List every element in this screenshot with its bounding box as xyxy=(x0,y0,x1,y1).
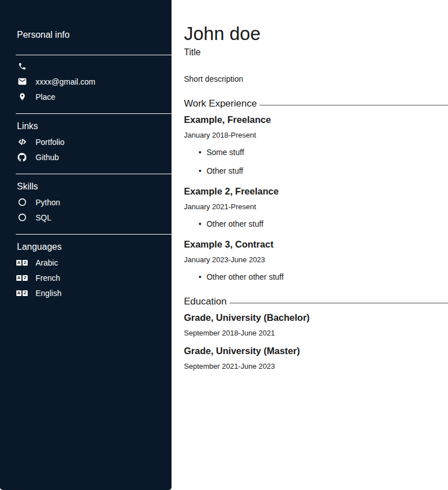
entry-period: September 2018-June 2021 xyxy=(184,329,448,337)
github-icon xyxy=(17,153,27,162)
section-work-experience: Work ExperienceExample, FreelanceJanuary… xyxy=(184,98,448,281)
sidebar-item-label: Place xyxy=(36,92,55,101)
place-icon xyxy=(17,92,27,101)
resume-sections: Work ExperienceExample, FreelanceJanuary… xyxy=(184,98,448,370)
entry-period: September 2021-June 2023 xyxy=(184,362,448,370)
section-divider xyxy=(16,234,172,235)
sidebar-item-xxxx-gmail-com: xxxx@gmail.com xyxy=(17,74,172,89)
sidebar-section-personal-info: Personal infoxxxx@gmail.comPlace xyxy=(0,29,172,104)
section-header-education: Education xyxy=(184,296,448,307)
sidebar-item-phone xyxy=(17,59,172,74)
job-title: Title xyxy=(184,46,448,59)
entry-title: Example 3, Contract xyxy=(184,239,448,250)
sidebar-heading-personal-info: Personal info xyxy=(17,29,172,41)
sidebar-section-languages: LanguagesAZArabicAZFrenchAZEnglish xyxy=(0,234,172,301)
entry-example-2-freelance: Example 2, FreelanceJanuary 2021-Present… xyxy=(184,186,448,228)
sidebar-heading-skills: Skills xyxy=(17,181,172,192)
sidebar-item-label: Github xyxy=(36,153,59,162)
bullet-list: •Some stuff•Other stuff xyxy=(184,148,448,175)
sidebar-item-label: English xyxy=(36,289,62,298)
circle-icon xyxy=(17,213,27,222)
circle-icon xyxy=(17,198,27,206)
bullet-text: Other other stuff xyxy=(207,220,263,228)
bullet-text: Some stuff xyxy=(207,148,244,157)
bullet-item: •Other other stuff xyxy=(199,220,448,228)
bullet-text: Other stuff xyxy=(207,167,243,175)
entry-example-3-contract: Example 3, ContractJanuary 2023-June 202… xyxy=(184,239,448,281)
entry-list: Grade, University (Bachelor)September 20… xyxy=(184,312,448,370)
person-name: John doe xyxy=(184,23,448,45)
sidebar-heading-links: Links xyxy=(17,121,172,132)
section-heading: Work Experience xyxy=(184,98,257,109)
bullet-item: •Other other other stuff xyxy=(199,273,448,281)
entry-grade-university-bachelor: Grade, University (Bachelor)September 20… xyxy=(184,312,448,337)
sidebar-section-skills: SkillsPythonSQL xyxy=(0,174,172,225)
sidebar-item-label: French xyxy=(36,273,60,282)
bullet-text: Other other other stuff xyxy=(207,273,284,281)
sidebar-item-github[interactable]: Github xyxy=(17,149,172,165)
section-education: EducationGrade, University (Bachelor)Sep… xyxy=(184,296,448,370)
sidebar-item-place: Place xyxy=(17,89,172,104)
sidebar-item-list: AZArabicAZFrenchAZEnglish xyxy=(0,255,172,301)
section-divider xyxy=(16,55,172,55)
bullet-item: •Other stuff xyxy=(199,167,448,175)
sidebar-section-links: LinksPortfolioGithub xyxy=(0,113,172,165)
sidebar-item-label: Python xyxy=(36,198,60,207)
bullet-dot: • xyxy=(199,167,201,175)
entry-period: January 2023-June 2023 xyxy=(184,255,448,264)
section-divider xyxy=(16,113,172,114)
bullet-list: •Other other other stuff xyxy=(184,273,448,281)
section-heading: Education xyxy=(184,296,227,307)
sidebar-item-python: Python xyxy=(17,195,172,210)
sidebar-item-label: Portfolio xyxy=(36,138,64,147)
bullet-dot: • xyxy=(199,273,201,281)
sidebar-item-sql: SQL xyxy=(17,210,172,225)
entry-period: January 2018-Present xyxy=(184,131,448,139)
sidebar-item-english: AZEnglish xyxy=(17,285,172,301)
phone-icon xyxy=(17,62,27,70)
entry-example-freelance: Example, FreelanceJanuary 2018-Present•S… xyxy=(184,114,448,175)
bullet-item: •Some stuff xyxy=(199,148,448,157)
section-rule xyxy=(230,303,448,303)
short-description: Short description xyxy=(184,74,448,83)
main-content: John doe Title Short description Work Ex… xyxy=(172,0,448,490)
bullet-dot: • xyxy=(199,148,201,157)
sidebar-item-list: PythonSQL xyxy=(0,195,172,225)
translate-icon: AZ xyxy=(17,290,27,296)
entry-title: Grade, University (Bachelor) xyxy=(184,312,448,323)
translate-icon: AZ xyxy=(17,260,27,266)
bullet-list: •Other other stuff xyxy=(184,220,448,228)
sidebar-item-label: SQL xyxy=(36,213,51,222)
section-header-work-experience: Work Experience xyxy=(184,98,448,109)
entry-period: January 2021-Present xyxy=(184,202,448,211)
sidebar-item-label: Arabic xyxy=(36,258,58,267)
entry-grade-university-master: Grade, University (Master)September 2021… xyxy=(184,345,448,370)
sidebar-heading-languages: Languages xyxy=(17,241,172,253)
entry-title: Grade, University (Master) xyxy=(184,345,448,356)
resume-page: Personal infoxxxx@gmail.comPlaceLinksPor… xyxy=(0,0,448,490)
email-icon xyxy=(17,77,27,86)
bullet-dot: • xyxy=(199,220,201,228)
section-rule xyxy=(260,105,448,105)
sidebar-item-list: xxxx@gmail.comPlace xyxy=(0,59,172,104)
entry-list: Example, FreelanceJanuary 2018-Present•S… xyxy=(184,114,448,281)
sidebar-item-portfolio[interactable]: Portfolio xyxy=(17,134,172,149)
sidebar-item-french: AZFrench xyxy=(17,270,172,285)
sidebar: Personal infoxxxx@gmail.comPlaceLinksPor… xyxy=(0,0,172,490)
entry-title: Example, Freelance xyxy=(184,114,448,125)
sidebar-item-arabic: AZArabic xyxy=(17,255,172,270)
translate-icon: AZ xyxy=(17,275,27,281)
code-icon xyxy=(17,137,27,147)
entry-title: Example 2, Freelance xyxy=(184,186,448,197)
section-divider xyxy=(16,174,172,174)
sidebar-item-list: PortfolioGithub xyxy=(0,134,172,165)
sidebar-item-label: xxxx@gmail.com xyxy=(36,77,95,86)
